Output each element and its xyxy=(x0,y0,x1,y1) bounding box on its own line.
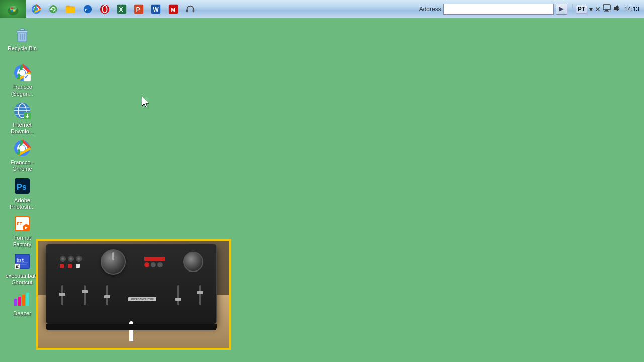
taskbar-excel-icon[interactable]: X xyxy=(114,1,130,17)
svg-rect-28 xyxy=(603,5,610,10)
taskbar-word-icon[interactable]: W xyxy=(148,1,164,17)
francco-segun-label: Francco (Segun... xyxy=(5,84,39,97)
image-popup[interactable]: GHJFG8763215310 xyxy=(36,239,231,350)
system-tray: PT ▾ ✕ 14:13 xyxy=(572,4,644,14)
svg-rect-72 xyxy=(18,297,21,306)
executar-shortcut-label: executar.bat - Shortcut xyxy=(5,273,39,286)
desktop-icon-francco-chrome[interactable]: Francco - Chrome xyxy=(4,136,40,174)
system-clock: 14:13 xyxy=(623,6,641,13)
tray-monitor-icon[interactable] xyxy=(603,4,611,14)
dj-controller-image: GHJFG8763215310 xyxy=(38,241,229,348)
svg-text:bat: bat xyxy=(17,258,24,263)
address-label: Address xyxy=(419,6,441,13)
language-dropdown-icon[interactable]: ▾ xyxy=(589,5,593,13)
svg-rect-71 xyxy=(14,299,17,306)
svg-rect-73 xyxy=(22,295,25,306)
taskbar-refresh-icon[interactable] xyxy=(45,1,61,17)
desktop-icon-recycle-bin[interactable]: Recycle Bin xyxy=(4,22,40,54)
format-factory-label: Format Factory xyxy=(5,235,39,248)
taskbar-media-icon[interactable]: M xyxy=(165,1,181,17)
taskbar-opera-icon[interactable] xyxy=(97,1,113,17)
address-go-button[interactable] xyxy=(556,4,567,15)
svg-point-55 xyxy=(19,145,25,151)
address-bar-area: Address xyxy=(419,4,567,15)
adobe-photoshop-label: Adobe Photosh... xyxy=(5,197,39,210)
address-input[interactable] xyxy=(443,4,554,15)
desktop-icon-format-factory[interactable]: FF Format Factory xyxy=(4,212,40,250)
svg-text:P: P xyxy=(136,6,140,13)
svg-text:W: W xyxy=(153,6,159,13)
language-indicator[interactable]: PT xyxy=(576,5,587,14)
svg-rect-30 xyxy=(604,11,609,12)
mouse-cursor xyxy=(142,96,152,110)
recycle-bin-label: Recycle Bin xyxy=(8,45,37,52)
svg-marker-27 xyxy=(559,7,564,12)
svg-rect-4 xyxy=(13,7,15,9)
svg-rect-36 xyxy=(20,29,24,30)
deezer-label: Deezer xyxy=(13,310,31,317)
svg-text:Ps: Ps xyxy=(17,183,27,191)
desktop-icon-internet-download[interactable]: Internet Downlo... xyxy=(4,99,40,137)
desktop: Recycle Bin Francco (Segun... xyxy=(0,18,644,362)
tray-speaker-icon[interactable] xyxy=(613,4,621,14)
svg-text:e: e xyxy=(85,6,88,12)
desktop-icon-executar-shortcut[interactable]: bat executar.bat - Shortcut xyxy=(4,249,40,288)
svg-rect-74 xyxy=(26,293,29,306)
svg-rect-26 xyxy=(193,9,195,12)
svg-marker-75 xyxy=(142,96,149,107)
svg-text:M: M xyxy=(171,7,175,12)
svg-rect-5 xyxy=(10,9,12,11)
svg-rect-12 xyxy=(66,7,75,13)
francco-chrome-label: Francco - Chrome xyxy=(5,159,39,172)
svg-rect-3 xyxy=(10,7,12,9)
svg-rect-25 xyxy=(186,9,188,12)
svg-rect-6 xyxy=(13,9,15,11)
taskbar: e X P W xyxy=(0,0,644,18)
start-button[interactable] xyxy=(0,0,26,18)
taskbar-quick-launch: e X P W xyxy=(26,0,200,18)
tray-x-icon[interactable]: ✕ xyxy=(595,5,601,13)
taskbar-headphone-icon[interactable] xyxy=(182,1,198,17)
taskbar-powerpoint-icon[interactable]: P xyxy=(131,1,147,17)
svg-rect-29 xyxy=(605,10,608,11)
desktop-icon-francco-segun[interactable]: Francco (Segun... xyxy=(4,61,40,99)
desktop-icon-adobe-photoshop[interactable]: Ps Adobe Photosh... xyxy=(4,174,40,212)
internet-download-label: Internet Downlo... xyxy=(5,122,39,135)
device-label-strip: GHJFG8763215310 xyxy=(128,297,157,301)
svg-marker-31 xyxy=(614,5,618,11)
svg-text:X: X xyxy=(119,6,123,13)
taskbar-chrome-icon[interactable] xyxy=(28,1,44,17)
taskbar-ie-icon[interactable]: e xyxy=(79,1,96,17)
taskbar-folder-icon[interactable] xyxy=(62,1,78,17)
desktop-icon-deezer[interactable]: Deezer xyxy=(4,287,40,319)
svg-text:FF: FF xyxy=(17,221,22,226)
svg-rect-33 xyxy=(17,31,28,33)
